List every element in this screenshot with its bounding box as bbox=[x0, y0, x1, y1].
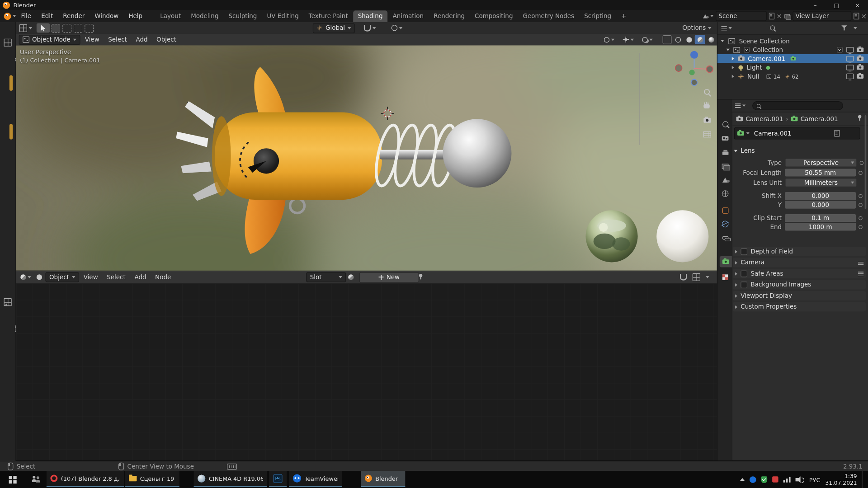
outliner-row-camera[interactable]: Camera.001 bbox=[717, 54, 868, 63]
tab-constraint-properties[interactable] bbox=[718, 232, 731, 243]
tab-tool-properties[interactable] bbox=[718, 118, 731, 129]
menu-window[interactable]: Window bbox=[90, 10, 123, 22]
snap-icon[interactable] bbox=[680, 274, 687, 281]
snapping-controls[interactable] bbox=[363, 24, 376, 31]
viewport-canvas[interactable] bbox=[16, 45, 717, 270]
id-browse-caret-icon[interactable] bbox=[746, 132, 750, 135]
scene-browse-caret-icon[interactable] bbox=[710, 15, 713, 17]
backdrop-grid-icon[interactable] bbox=[693, 273, 700, 281]
viewport-menu-add[interactable]: Add bbox=[132, 36, 152, 43]
id-shield-icon[interactable] bbox=[834, 130, 840, 137]
outliner-row-null[interactable]: Null 14 62 bbox=[717, 72, 868, 81]
tab-uv-editing[interactable]: UV Editing bbox=[262, 10, 303, 22]
camera-id-block[interactable]: Camera.001 bbox=[734, 127, 860, 140]
animate-dot-icon[interactable] bbox=[859, 203, 863, 207]
panel-safe-areas[interactable]: Safe Areas bbox=[733, 269, 866, 278]
outliner-editor-type-icon[interactable] bbox=[722, 26, 727, 31]
breadcrumb-object[interactable]: Camera.001 bbox=[745, 115, 783, 122]
speaker-icon[interactable] bbox=[795, 478, 798, 481]
menu-help[interactable]: Help bbox=[123, 10, 147, 22]
properties-editor-type-icon[interactable] bbox=[735, 103, 741, 108]
expand-arrow-icon[interactable] bbox=[732, 75, 734, 78]
tab-texture-properties[interactable] bbox=[718, 272, 731, 282]
tab-object-properties[interactable] bbox=[718, 205, 731, 216]
taskbar-app-photoshop[interactable]: Ps bbox=[269, 471, 287, 487]
gizmos-dropdown[interactable] bbox=[623, 37, 634, 42]
tab-world-properties[interactable] bbox=[718, 188, 731, 199]
focal-length-field[interactable]: 50.55 mm bbox=[785, 169, 856, 176]
shader-menu-node[interactable]: Node bbox=[151, 274, 175, 281]
outliner-row-scene-collection[interactable]: Scene Collection bbox=[717, 37, 868, 46]
scene-selector[interactable]: Scene bbox=[716, 11, 767, 21]
render-visibility-icon[interactable] bbox=[857, 65, 864, 70]
properties-search-field[interactable] bbox=[752, 101, 843, 110]
properties-scrollbar[interactable] bbox=[865, 115, 867, 209]
collapse-arrow-icon[interactable] bbox=[5, 303, 7, 306]
tab-view-layer-properties[interactable] bbox=[718, 160, 731, 171]
lens-unit-dropdown[interactable]: Millimeters bbox=[785, 178, 857, 187]
scene-new-icon[interactable] bbox=[769, 13, 774, 19]
overlays-dropdown[interactable] bbox=[642, 37, 652, 42]
viewport-menu-object[interactable]: Object bbox=[152, 36, 180, 43]
tab-compositing[interactable]: Compositing bbox=[470, 10, 518, 22]
tray-teamviewer-icon[interactable] bbox=[750, 476, 756, 483]
xray-toggle-icon[interactable] bbox=[663, 35, 672, 44]
exclude-checkbox[interactable] bbox=[837, 47, 842, 52]
shader-node-canvas[interactable] bbox=[16, 283, 717, 460]
panel-background-images[interactable]: Background Images bbox=[733, 280, 866, 290]
shader-type-dropdown[interactable]: Object bbox=[45, 272, 79, 282]
render-visibility-icon[interactable] bbox=[857, 56, 864, 61]
panel-viewport-display[interactable]: Viewport Display bbox=[733, 291, 866, 300]
options-dropdown[interactable]: Options bbox=[682, 24, 711, 32]
render-visibility-icon[interactable] bbox=[857, 47, 864, 52]
tab-object-data-properties[interactable] bbox=[720, 256, 732, 267]
toolbar-tab-pill[interactable] bbox=[9, 75, 13, 91]
maximize-button[interactable]: □ bbox=[826, 0, 847, 10]
tab-physics-properties[interactable] bbox=[718, 219, 731, 230]
safe-areas-checkbox[interactable] bbox=[741, 270, 747, 277]
tab-texture-paint[interactable]: Texture Paint bbox=[304, 10, 353, 22]
shader-options-caret-icon[interactable] bbox=[706, 276, 709, 278]
people-icon[interactable] bbox=[32, 476, 40, 483]
viewport-visibility-icon[interactable] bbox=[846, 65, 854, 70]
viewport-menu-select[interactable]: Select bbox=[104, 36, 131, 43]
depth-of-field-checkbox[interactable] bbox=[741, 248, 747, 255]
tray-app-icon[interactable] bbox=[772, 476, 778, 482]
shift-x-field[interactable]: 0.000 bbox=[785, 192, 856, 200]
view-layer-selector[interactable]: View Layer bbox=[793, 11, 851, 21]
expand-arrow-icon[interactable] bbox=[732, 66, 734, 69]
start-button[interactable] bbox=[0, 471, 25, 488]
animate-dot-icon[interactable] bbox=[860, 161, 864, 165]
shader-menu-select[interactable]: Select bbox=[102, 274, 130, 281]
view-layer-new-icon[interactable] bbox=[854, 13, 859, 19]
tray-antivirus-icon[interactable] bbox=[761, 476, 767, 483]
blender-menu-icon[interactable] bbox=[4, 13, 11, 20]
animate-dot-icon[interactable] bbox=[859, 225, 863, 229]
breadcrumb-data[interactable]: Camera.001 bbox=[801, 115, 838, 122]
taskbar-app-browser[interactable]: (107) Blender 2.8 дл... bbox=[47, 471, 124, 487]
shading-rendered-button[interactable] bbox=[706, 35, 716, 44]
lens-panel-header[interactable]: Lens bbox=[734, 147, 755, 155]
tray-expand-icon[interactable] bbox=[740, 478, 745, 481]
slot-dropdown[interactable]: Slot bbox=[306, 272, 346, 282]
select-mode-tweak-icon[interactable] bbox=[52, 23, 61, 33]
menu-edit[interactable]: Edit bbox=[36, 10, 58, 22]
clip-end-field[interactable]: 1000 m bbox=[785, 223, 856, 230]
select-mode-circle-icon[interactable] bbox=[74, 23, 83, 33]
mode-dropdown[interactable]: Object Mode bbox=[19, 35, 80, 45]
tab-render-properties[interactable] bbox=[718, 133, 731, 144]
panel-menu-icon[interactable] bbox=[858, 272, 863, 276]
viewport-visibility-icon[interactable] bbox=[846, 74, 854, 79]
tab-shading[interactable]: Shading bbox=[353, 10, 388, 22]
toolbar-tab-pill[interactable] bbox=[9, 124, 13, 139]
panel-camera[interactable]: Camera bbox=[733, 258, 866, 267]
expand-arrow-icon[interactable] bbox=[732, 57, 734, 60]
outliner-row-light[interactable]: Light bbox=[717, 63, 868, 72]
shift-y-field[interactable]: 0.000 bbox=[785, 201, 856, 208]
taskbar-app-teamviewer[interactable]: TeamViewer bbox=[289, 471, 342, 487]
taskbar-app-folder[interactable]: Сцены г 19 bbox=[125, 471, 179, 487]
taskbar-app-cinema4d[interactable]: CINEMA 4D R19.06... bbox=[194, 471, 267, 487]
clip-start-field[interactable]: 0.1 m bbox=[785, 214, 856, 222]
tab-scripting[interactable]: Scripting bbox=[579, 10, 616, 22]
shader-editor-type-icon[interactable] bbox=[20, 274, 26, 280]
